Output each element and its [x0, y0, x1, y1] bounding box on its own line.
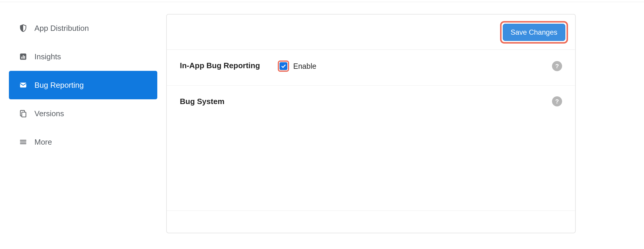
section-title: Bug System [180, 96, 263, 107]
section-body: ? [263, 96, 562, 106]
sidebar-item-more[interactable]: More [9, 128, 157, 156]
section-body: Enable ? [263, 60, 562, 72]
sidebar-item-label: Bug Reporting [34, 81, 84, 90]
panel-footer [167, 211, 575, 233]
copy-icon [19, 109, 27, 118]
chart-bar-icon [19, 52, 27, 61]
menu-icon [19, 138, 27, 146]
sidebar-item-versions[interactable]: Versions [9, 99, 157, 128]
sidebar: App Distribution Insights Bug Reporting … [9, 14, 157, 156]
mail-icon [19, 81, 27, 89]
sidebar-item-bug-reporting[interactable]: Bug Reporting [9, 71, 157, 99]
enable-label: Enable [293, 62, 316, 71]
sidebar-item-label: Insights [34, 52, 61, 61]
enable-checkbox[interactable] [280, 62, 287, 70]
sidebar-item-label: More [34, 138, 52, 147]
section-bug-system: Bug System ? [167, 86, 575, 120]
sidebar-item-app-distribution[interactable]: App Distribution [9, 14, 157, 42]
save-highlight: Save Changes [500, 21, 568, 44]
section-in-app-bug-reporting: In-App Bug Reporting Enable ? [167, 50, 575, 86]
svg-rect-2 [23, 55, 24, 59]
svg-rect-3 [24, 56, 25, 59]
spacer [167, 120, 575, 210]
enable-highlight [278, 60, 289, 72]
svg-rect-5 [22, 112, 26, 117]
sidebar-item-label: Versions [34, 109, 64, 118]
help-icon[interactable]: ? [552, 61, 562, 71]
panel-header: Save Changes [167, 15, 575, 50]
sidebar-item-insights[interactable]: Insights [9, 42, 157, 71]
help-icon[interactable]: ? [552, 96, 562, 106]
svg-rect-1 [21, 57, 22, 59]
shield-icon [19, 24, 27, 32]
sidebar-item-label: App Distribution [34, 24, 89, 33]
save-changes-button[interactable]: Save Changes [503, 24, 565, 41]
section-title: In-App Bug Reporting [180, 60, 263, 71]
settings-panel: Save Changes In-App Bug Reporting Enable… [166, 14, 576, 233]
layout: App Distribution Insights Bug Reporting … [0, 2, 644, 233]
